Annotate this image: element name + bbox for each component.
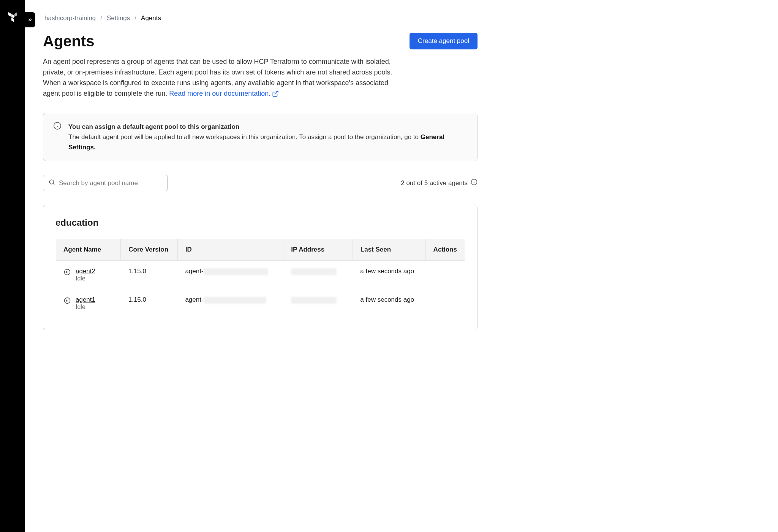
agent-status: Idle	[76, 275, 95, 282]
sidebar-expand-button[interactable]	[25, 12, 35, 27]
table-row: agent1 Idle 1.15.0 agent- a few seconds …	[56, 289, 465, 318]
column-header-actions: Actions	[425, 239, 465, 261]
agents-table: Agent Name Core Version ID IP Address La…	[55, 239, 465, 318]
search-icon	[49, 179, 55, 187]
agent-actions	[425, 289, 465, 318]
search-input[interactable]	[59, 179, 162, 187]
agent-core-version: 1.15.0	[121, 289, 178, 318]
main-content: hashicorp-training / Settings / Agents A…	[25, 0, 496, 532]
column-header-ip: IP Address	[283, 239, 353, 261]
agent-status: Idle	[76, 304, 95, 310]
breadcrumb-section[interactable]: Settings	[107, 14, 130, 22]
column-header-id: ID	[177, 239, 283, 261]
agent-name-link[interactable]: agent1	[76, 296, 95, 304]
column-header-core: Core Version	[121, 239, 178, 261]
agent-ip	[283, 261, 353, 289]
svg-point-12	[65, 298, 70, 304]
info-banner-body: The default agent pool will be applied t…	[68, 133, 421, 141]
agent-last-seen: a few seconds ago	[353, 289, 425, 318]
sidebar	[0, 0, 25, 532]
agent-id: agent-	[177, 261, 283, 289]
column-header-seen: Last Seen	[353, 239, 425, 261]
agent-count: 2 out of 5 active agents	[401, 179, 478, 187]
breadcrumb: hashicorp-training / Settings / Agents	[44, 14, 478, 22]
svg-line-5	[53, 184, 54, 185]
create-agent-pool-button[interactable]: Create agent pool	[410, 33, 478, 49]
external-link-icon	[272, 90, 279, 97]
agent-count-text: 2 out of 5 active agents	[401, 179, 468, 187]
column-header-name: Agent Name	[56, 239, 121, 261]
agent-pool-card: education Agent Name Core Version ID IP …	[43, 205, 478, 330]
svg-point-9	[65, 269, 70, 275]
page-title: Agents	[43, 33, 95, 50]
agent-id: agent-	[177, 289, 283, 318]
default-pool-info-banner: You can assign a default agent pool to t…	[43, 113, 478, 162]
svg-point-4	[49, 180, 54, 184]
breadcrumb-separator: /	[100, 14, 102, 22]
search-box[interactable]	[43, 175, 168, 191]
info-banner-title: You can assign a default agent pool to t…	[68, 123, 239, 130]
agent-idle-icon	[63, 268, 71, 278]
breadcrumb-org[interactable]: hashicorp-training	[44, 14, 96, 22]
agent-actions	[425, 261, 465, 289]
agent-core-version: 1.15.0	[121, 261, 178, 289]
info-icon[interactable]	[471, 179, 478, 187]
agent-ip	[283, 289, 353, 318]
breadcrumb-separator: /	[134, 14, 136, 22]
info-icon	[53, 122, 62, 153]
agent-idle-icon	[63, 297, 71, 306]
table-row: agent2 Idle 1.15.0 agent- a few seconds …	[56, 261, 465, 289]
agent-name-link[interactable]: agent2	[76, 268, 95, 275]
breadcrumb-current: Agents	[141, 14, 161, 22]
agent-last-seen: a few seconds ago	[353, 261, 425, 289]
terraform-logo-icon	[8, 12, 17, 24]
page-description: An agent pool represents a group of agen…	[43, 57, 392, 99]
agent-pool-name[interactable]: education	[55, 217, 465, 228]
svg-line-0	[275, 91, 278, 94]
docs-link[interactable]: Read more in our documentation.	[169, 90, 279, 97]
